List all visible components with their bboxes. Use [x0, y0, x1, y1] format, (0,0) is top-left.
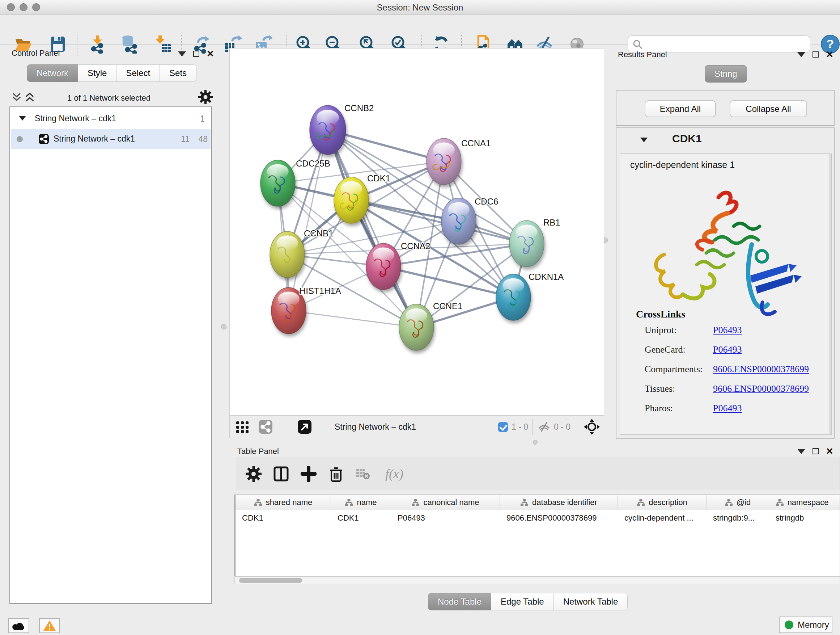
open-in-new-window-button[interactable]	[297, 416, 312, 438]
network-graph[interactable]: CCNB2CCNA1CDC25BCDK1CDC6RB1CCNB1CCNA2CDK…	[230, 49, 604, 415]
column-header-shared-name[interactable]: shared name	[235, 495, 331, 510]
crosslink-link[interactable]: P06493	[713, 325, 742, 336]
column-header-namespace[interactable]: namespace	[769, 495, 835, 510]
panel-float-icon[interactable]	[193, 51, 199, 57]
node-CCNA2[interactable]	[366, 243, 401, 290]
column-tree-icon	[254, 499, 262, 506]
cell-database-identifier[interactable]: 9606.ENSP00000378699	[500, 510, 618, 526]
columns-icon	[273, 466, 289, 482]
show-columns-button[interactable]	[271, 464, 291, 484]
column-header-description[interactable]: description	[618, 495, 706, 510]
panel-menu-icon[interactable]	[797, 52, 805, 57]
node-label-CCNA2: CCNA2	[401, 241, 430, 251]
footer-separator	[532, 419, 532, 435]
expand-all-button[interactable]: Expand All	[645, 100, 716, 117]
node-CDK1[interactable]	[334, 177, 369, 223]
column-header-label: @id	[737, 498, 751, 507]
tab-string[interactable]: String	[705, 65, 747, 82]
cell-canonical-name[interactable]: P06493	[391, 510, 500, 526]
tab-network-table[interactable]: Network Table	[554, 593, 628, 610]
node-gloss-highlight	[278, 292, 300, 307]
import-network-file-button[interactable]	[88, 34, 108, 54]
edge-CCNB2-CCNE1[interactable]	[328, 130, 416, 327]
fit-content-button[interactable]	[584, 416, 600, 438]
tab-node-table[interactable]: Node Table	[428, 593, 491, 610]
panel-close-icon[interactable]: ✕	[826, 448, 834, 454]
warnings-button[interactable]	[39, 618, 60, 633]
crosslink-link[interactable]: 9606.ENSP00000378699	[713, 364, 809, 375]
memory-button[interactable]: Memory	[779, 616, 832, 633]
node-CCNE1[interactable]	[399, 304, 434, 350]
cell--id[interactable]: stringdb:9...	[706, 510, 769, 526]
crosslink-label: Tissues:	[645, 383, 714, 394]
panel-float-icon[interactable]	[813, 51, 819, 57]
table-row[interactable]: CDK1CDK1P064939606.ENSP00000378699cyclin…	[235, 510, 840, 526]
control-panel-window-buttons: ✕	[178, 51, 214, 57]
node-gloss-highlight	[502, 279, 524, 293]
node-RB1[interactable]	[509, 220, 544, 267]
search-icon	[633, 40, 643, 50]
panel-close-icon[interactable]: ✕	[826, 51, 834, 57]
column-header-database-identifier[interactable]: database identifier	[500, 495, 618, 510]
network-row-selected[interactable]: String Network – cdk1 11 48	[11, 129, 210, 149]
node-label-RB1: RB1	[543, 218, 561, 227]
node-gloss-highlight	[516, 225, 538, 240]
scrollbar-thumb[interactable]	[239, 578, 302, 583]
selected-checkbox-icon[interactable]	[498, 422, 508, 432]
table-horizontal-scrollbar[interactable]	[234, 576, 840, 584]
node-CDC6[interactable]	[441, 198, 476, 244]
node-CDKN1A[interactable]	[496, 274, 531, 320]
crosslink-label: Compartments:	[645, 364, 714, 375]
protein-section-expander-icon[interactable]	[640, 138, 647, 142]
crosslink-link[interactable]: P06493	[713, 403, 742, 414]
import-table-file-button[interactable]	[153, 34, 173, 54]
edge-HIST1H1A-CCNE1[interactable]	[289, 310, 416, 327]
panel-menu-icon[interactable]	[178, 51, 186, 57]
panel-close-icon[interactable]: ✕	[207, 51, 214, 57]
left-splitter-handle[interactable]	[221, 324, 226, 329]
table-options-button[interactable]	[243, 464, 264, 484]
network-options-gear-icon[interactable]	[198, 90, 213, 104]
crosslink-link[interactable]: 9606.ENSP00000378699	[713, 383, 809, 394]
column-tree-icon	[637, 499, 645, 506]
tab-select[interactable]: Select	[117, 65, 160, 82]
column-header-canonical-name[interactable]: canonical name	[391, 495, 500, 510]
external-view-icon	[297, 419, 312, 434]
network-collection-row[interactable]: String Network – cdk1 1	[11, 109, 210, 129]
current-network-dot-icon	[17, 136, 23, 142]
crosslink-label: Uniprot:	[645, 325, 714, 336]
cell-shared-name[interactable]: CDK1	[235, 510, 331, 526]
cloud-status-button[interactable]	[8, 618, 29, 633]
crosslink-link[interactable]: P06493	[713, 344, 742, 355]
tab-sets[interactable]: Sets	[160, 65, 196, 82]
network-view-canvas[interactable]: CCNB2CCNA1CDC25BCDK1CDC6RB1CCNB1CCNA2CDK…	[229, 48, 604, 416]
collapse-all-button[interactable]: Collapse All	[729, 100, 807, 117]
cell-name[interactable]: CDK1	[331, 510, 391, 526]
delete-columns-button[interactable]	[326, 464, 346, 484]
collection-expander-icon[interactable]	[19, 116, 26, 120]
results-scrollbar[interactable]	[829, 154, 832, 435]
bottom-splitter-handle[interactable]	[533, 440, 538, 445]
edge-CCNB2-HIST1H1A[interactable]	[289, 130, 328, 310]
tab-style[interactable]: Style	[78, 65, 117, 82]
node-CCNB2[interactable]	[309, 105, 346, 155]
database-icon	[120, 35, 139, 54]
node-CDC25B[interactable]	[261, 160, 295, 206]
import-network-database-button[interactable]	[119, 34, 139, 54]
node-CCNA1[interactable]	[426, 138, 461, 185]
tab-edge-table[interactable]: Edge Table	[491, 593, 554, 610]
string-view-button[interactable]	[258, 416, 273, 438]
cell-namespace[interactable]: stringdb	[769, 510, 835, 526]
panel-float-icon[interactable]	[813, 448, 819, 454]
cell-description[interactable]: cyclin-dependent ...	[618, 510, 706, 526]
node-CCNB1[interactable]	[270, 231, 305, 278]
column-header-name[interactable]: name	[331, 495, 391, 510]
birds-eye-view-button[interactable]	[235, 416, 250, 438]
column-header--id[interactable]: @id	[706, 495, 769, 510]
panel-menu-icon[interactable]	[797, 449, 805, 454]
column-header-label: canonical name	[423, 498, 479, 507]
tab-network[interactable]: Network	[27, 65, 78, 82]
protein-details: cyclin-dependent kinase 1 CrossLin	[620, 154, 832, 435]
results-buttons-box: Expand All Collapse All	[616, 90, 835, 126]
create-column-button[interactable]	[298, 464, 319, 484]
